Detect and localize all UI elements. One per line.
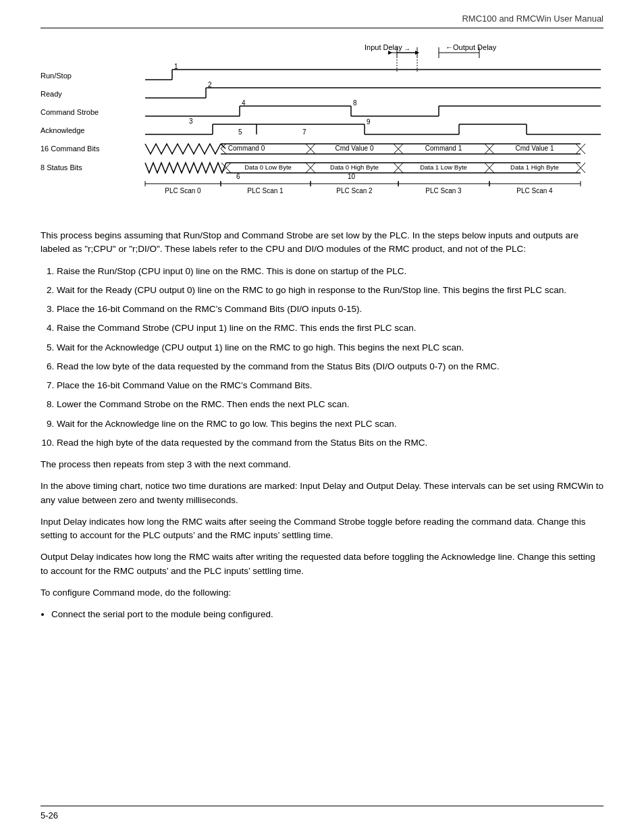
svg-text:PLC Scan 0: PLC Scan 0 (165, 187, 201, 194)
footer: 5-26 (41, 806, 603, 820)
svg-text:4: 4 (242, 99, 246, 107)
svg-text:Data 0 High Byte: Data 0 High Byte (330, 163, 379, 171)
svg-text:1: 1 (174, 63, 178, 70)
page-number: 5-26 (41, 810, 58, 820)
page: RMC100 and RMCWin User Manual Input Dela… (0, 0, 644, 834)
svg-text:←Output Delay: ←Output Delay (446, 43, 497, 51)
svg-text:Command 0: Command 0 (228, 145, 265, 152)
paragraph-2: In the above timing chart, notice two ti… (41, 479, 603, 507)
svg-text:5: 5 (238, 128, 242, 136)
step-4: Raise the Command Strobe (CPU input 1) l… (57, 321, 603, 335)
svg-text:→: → (404, 45, 410, 53)
svg-text:Data 1 Low Byte: Data 1 Low Byte (420, 163, 467, 171)
timing-diagram: Input Delay → ←Output Delay (41, 39, 603, 217)
step-9: Wait for the Acknowledge line on the RMC… (57, 417, 603, 431)
svg-text:Cmd Value 0: Cmd Value 0 (335, 145, 374, 152)
svg-text:9: 9 (367, 118, 371, 126)
step-5: Wait for the Acknowledge (CPU output 1) … (57, 341, 603, 355)
intro-paragraph: This process begins assuming that Run/St… (41, 229, 603, 257)
step-7: Place the 16-bit Command Value on the RM… (57, 379, 603, 392)
svg-text:10: 10 (348, 173, 356, 180)
numbered-steps: Raise the Run/Stop (CPU input 0) line on… (57, 265, 603, 450)
svg-text:PLC Scan 1: PLC Scan 1 (247, 187, 284, 194)
paragraph-4: Output Delay indicates how long the RMC … (41, 550, 603, 578)
step-3: Place the 16-bit Command on the RMC’s Co… (57, 303, 603, 316)
svg-text:Command 1: Command 1 (425, 145, 462, 152)
svg-text:8 Status Bits: 8 Status Bits (41, 163, 82, 172)
paragraph-5: To configure Command mode, do the follow… (41, 586, 603, 600)
paragraph-3: Input Delay indicates how long the RMC w… (41, 515, 603, 543)
svg-line-53 (221, 149, 226, 154)
svg-text:Acknowledge: Acknowledge (41, 126, 84, 134)
header-title: RMC100 and RMCWin User Manual (462, 14, 603, 24)
svg-text:Data 0 Low Byte: Data 0 Low Byte (244, 163, 292, 171)
svg-text:PLC Scan 3: PLC Scan 3 (425, 187, 462, 194)
svg-text:Run/Stop: Run/Stop (41, 72, 72, 80)
svg-text:16 Command Bits: 16 Command Bits (41, 145, 100, 153)
timing-svg: Input Delay → ←Output Delay (41, 39, 603, 215)
svg-text:8: 8 (353, 99, 357, 107)
bullet-item-1: Connect the serial port to the module be… (51, 608, 603, 621)
svg-text:Ready: Ready (41, 90, 62, 98)
paragraph-1: The process then repeats from step 3 wit… (41, 458, 603, 471)
svg-text:PLC Scan 2: PLC Scan 2 (336, 187, 373, 194)
svg-text:7: 7 (302, 128, 306, 136)
step-8: Lower the Command Strobe on the RMC. The… (57, 398, 603, 411)
step-1: Raise the Run/Stop (CPU input 0) line on… (57, 265, 603, 278)
header: RMC100 and RMCWin User Manual (41, 14, 603, 28)
svg-text:3: 3 (189, 118, 193, 125)
svg-text:Data 1 High Byte: Data 1 High Byte (510, 163, 559, 171)
svg-text:PLC Scan 4: PLC Scan 4 (516, 187, 553, 194)
bullet-list: Connect the serial port to the module be… (51, 608, 603, 621)
svg-text:Command Strobe: Command Strobe (41, 108, 99, 116)
svg-text:Cmd Value 1: Cmd Value 1 (515, 145, 554, 152)
step-2: Wait for the Ready (CPU output 0) line o… (57, 284, 603, 297)
svg-text:2: 2 (208, 81, 212, 88)
step-10: Read the high byte of the data requested… (57, 436, 603, 450)
svg-text:6: 6 (236, 173, 240, 180)
step-6: Read the low byte of the data requested … (57, 360, 603, 373)
